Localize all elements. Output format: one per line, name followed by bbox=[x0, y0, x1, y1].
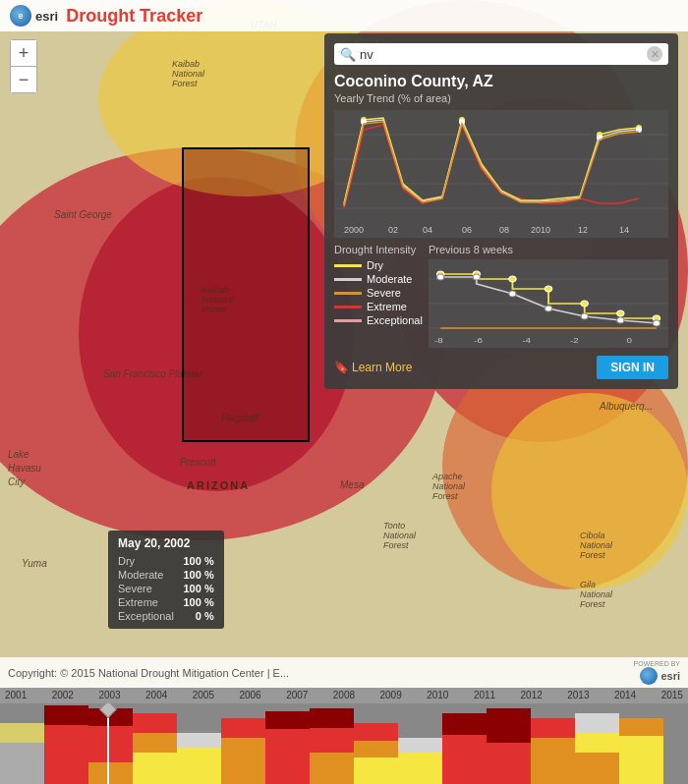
svg-rect-71 bbox=[487, 743, 531, 784]
legend-color-extreme bbox=[334, 306, 362, 308]
tooltip-row-severe: Severe 100 % bbox=[118, 582, 214, 595]
esri-logo: e esri bbox=[10, 5, 58, 27]
weekly-trend-chart: -8 -6 -4 -2 0 bbox=[429, 259, 668, 348]
map-label-lakehavasu: LakeHavasuCity bbox=[8, 448, 41, 489]
map-label-albuquerque: Albuquerq... bbox=[600, 401, 653, 412]
timeline-bar[interactable]: 2001 2002 2003 2004 2005 2006 2007 2008 … bbox=[0, 688, 688, 784]
esri-powered-ball-icon bbox=[640, 667, 658, 685]
zoom-out-button[interactable]: − bbox=[11, 67, 36, 92]
timeline-label-2008: 2008 bbox=[333, 690, 355, 701]
svg-point-38 bbox=[545, 306, 551, 311]
svg-text:02: 02 bbox=[388, 225, 398, 235]
app-title: Drought Tracker bbox=[66, 6, 202, 27]
svg-rect-73 bbox=[531, 718, 575, 738]
timeline-label-2004: 2004 bbox=[145, 690, 167, 701]
timeline-label-2001: 2001 bbox=[5, 690, 27, 701]
timeline-label-2013: 2013 bbox=[567, 690, 589, 701]
svg-rect-67 bbox=[398, 738, 442, 753]
timeline-label-2003: 2003 bbox=[98, 690, 120, 701]
search-input[interactable] bbox=[360, 47, 647, 62]
svg-rect-62 bbox=[310, 753, 354, 784]
esri-powered-logo: POWERED BY esri bbox=[634, 660, 680, 685]
search-box: 🔍 ✕ bbox=[334, 43, 668, 65]
svg-rect-61 bbox=[310, 708, 354, 728]
legend-item-exceptional: Exceptional bbox=[334, 314, 423, 326]
svg-point-37 bbox=[509, 291, 516, 297]
esri-ball-icon: e bbox=[10, 5, 31, 27]
svg-rect-59 bbox=[265, 711, 310, 729]
legend-label-moderate: Moderate bbox=[367, 273, 412, 285]
svg-point-39 bbox=[581, 313, 588, 319]
timeline-label-2005: 2005 bbox=[193, 690, 214, 701]
legend-color-severe bbox=[334, 292, 362, 295]
svg-text:06: 06 bbox=[462, 225, 472, 235]
svg-text:-8: -8 bbox=[434, 336, 443, 345]
drought-legend: Drought Intensity Dry Moderate Severe Ex… bbox=[334, 244, 423, 340]
popup-footer: 🔖 Learn More SIGN IN bbox=[334, 356, 668, 379]
timeline-label-2010: 2010 bbox=[427, 690, 448, 701]
svg-rect-45 bbox=[0, 723, 44, 743]
tooltip-value-severe: 100 % bbox=[183, 583, 213, 594]
svg-text:-4: -4 bbox=[522, 336, 531, 345]
sign-in-button[interactable]: SIGN IN bbox=[597, 356, 668, 379]
legend-label-severe: Severe bbox=[367, 287, 401, 299]
date-tooltip: May 20, 2002 Dry 100 % Moderate 100 % Se… bbox=[108, 531, 224, 629]
bookmark-icon: 🔖 bbox=[334, 361, 349, 374]
tooltip-row-extreme: Extreme 100 % bbox=[118, 595, 214, 609]
top-bar: e esri Drought Tracker bbox=[0, 0, 688, 31]
svg-point-32 bbox=[581, 301, 588, 307]
weekly-title: Previous 8 weeks bbox=[429, 244, 668, 255]
svg-rect-75 bbox=[575, 713, 619, 733]
timeline-label-2011: 2011 bbox=[474, 690, 495, 701]
zoom-controls: + − bbox=[10, 39, 37, 93]
svg-point-36 bbox=[473, 274, 480, 280]
legend-item-moderate: Moderate bbox=[334, 273, 423, 285]
svg-rect-76 bbox=[575, 753, 619, 784]
timeline-label-2012: 2012 bbox=[521, 690, 543, 701]
legend-color-dry bbox=[334, 264, 362, 267]
map-label-apache: ApacheNationalForest bbox=[432, 472, 465, 501]
search-clear-button[interactable]: ✕ bbox=[647, 46, 662, 62]
timeline-label-2006: 2006 bbox=[239, 690, 260, 701]
chart-subtitle: Yearly Trend (% of area) bbox=[334, 92, 668, 104]
svg-text:08: 08 bbox=[499, 225, 509, 235]
weekly-section: Previous 8 weeks -8 -6 -4 -2 0 bbox=[429, 244, 668, 348]
drought-moderate-zone-2 bbox=[491, 393, 688, 589]
svg-rect-55 bbox=[177, 733, 221, 748]
svg-rect-65 bbox=[354, 757, 398, 784]
timeline-label-2009: 2009 bbox=[380, 690, 402, 701]
svg-rect-78 bbox=[619, 718, 663, 736]
learn-more-link[interactable]: 🔖 Learn More bbox=[334, 361, 412, 374]
svg-point-41 bbox=[653, 320, 659, 326]
search-icon: 🔍 bbox=[340, 47, 356, 62]
legend-label-exceptional: Exceptional bbox=[367, 314, 423, 326]
legend-item-extreme: Extreme bbox=[334, 301, 423, 312]
tooltip-row-dry: Dry 100 % bbox=[118, 554, 214, 568]
legend-label-extreme: Extreme bbox=[367, 301, 407, 312]
timeline-labels: 2001 2002 2003 2004 2005 2006 2007 2008 … bbox=[0, 688, 688, 703]
zoom-in-button[interactable]: + bbox=[11, 40, 36, 66]
tooltip-value-extreme: 100 % bbox=[183, 596, 213, 608]
map-label-prescott: Prescott bbox=[180, 457, 216, 468]
timeline-canvas[interactable] bbox=[0, 703, 688, 784]
copyright-text: Copyright: © 2015 National Drought Mitig… bbox=[8, 667, 289, 679]
map-label-mesa: Mesa bbox=[340, 479, 364, 490]
svg-rect-52 bbox=[133, 713, 177, 733]
svg-rect-53 bbox=[133, 753, 177, 784]
map-label-cibola: CibolaNationalForest bbox=[580, 531, 612, 560]
timeline-label-2002: 2002 bbox=[52, 690, 74, 701]
svg-text:12: 12 bbox=[578, 225, 588, 235]
timeline-label-2015: 2015 bbox=[661, 690, 683, 701]
tooltip-value-exceptional: 0 % bbox=[196, 610, 214, 622]
svg-rect-69 bbox=[442, 713, 487, 735]
map-label-saintgeorge: Saint George bbox=[54, 209, 112, 220]
tooltip-label-dry: Dry bbox=[118, 555, 135, 567]
county-border bbox=[182, 147, 310, 442]
svg-rect-57 bbox=[221, 718, 265, 738]
svg-text:-2: -2 bbox=[570, 336, 579, 345]
svg-text:04: 04 bbox=[423, 225, 432, 235]
svg-text:-6: -6 bbox=[474, 336, 483, 345]
map-label-gila: GilaNationalForest bbox=[580, 580, 612, 609]
svg-point-40 bbox=[617, 317, 624, 323]
svg-text:2000: 2000 bbox=[344, 225, 364, 235]
